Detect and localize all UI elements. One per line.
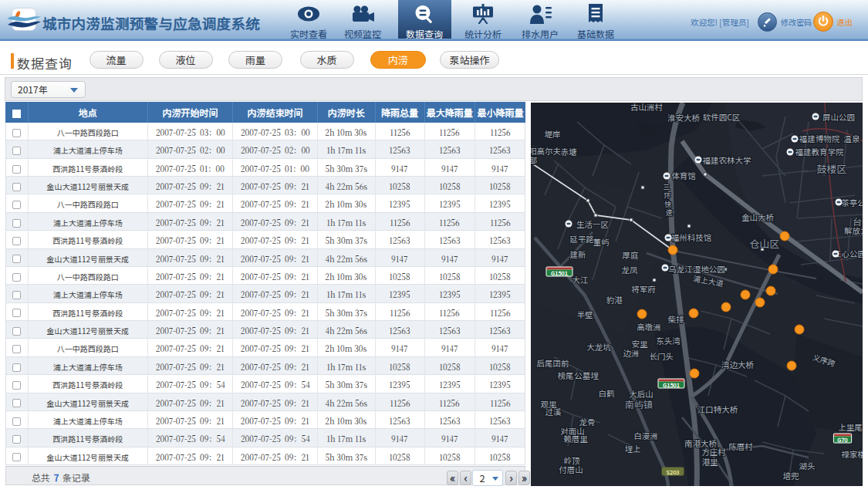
svg-text:豹港: 豹港 xyxy=(606,294,623,306)
svg-text:后尾: 后尾 xyxy=(537,357,553,369)
svg-text:解放大桥: 解放大桥 xyxy=(844,225,863,236)
svg-text:厚庭: 厚庭 xyxy=(623,249,639,261)
svg-text:生活一区: 生活一区 xyxy=(576,218,609,230)
svg-text:金山大桥: 金山大桥 xyxy=(741,211,774,223)
svg-text:湖头: 湖头 xyxy=(799,460,816,471)
svg-text:白漫洲: 白漫洲 xyxy=(633,430,658,441)
svg-text:体育馆: 体育馆 xyxy=(671,170,696,181)
svg-text:榜尾: 榜尾 xyxy=(558,370,574,381)
svg-text:柴排: 柴排 xyxy=(668,313,684,325)
svg-text:古山洲村: 古山洲村 xyxy=(630,103,663,113)
svg-text:温泉: 温泉 xyxy=(844,133,861,144)
svg-text:港里: 港里 xyxy=(702,456,718,468)
svg-text:董屿: 董屿 xyxy=(593,236,610,248)
svg-text:屏山公园: 屏山公园 xyxy=(822,111,855,123)
svg-text:上里尾: 上里尾 xyxy=(838,421,863,433)
svg-text:南屿镇: 南屿镇 xyxy=(625,397,653,410)
svg-text:茶亭公: 茶亭公 xyxy=(841,197,863,208)
svg-text:G70: G70 xyxy=(837,435,848,444)
svg-text:边洲: 边洲 xyxy=(623,347,640,359)
svg-text:福州科技馆: 福州科技馆 xyxy=(671,231,712,243)
svg-text:仓山区: 仓山区 xyxy=(749,236,779,251)
svg-text:堤岸: 堤岸 xyxy=(545,128,561,140)
svg-text:G1501: G1501 xyxy=(663,380,680,389)
svg-text:S203: S203 xyxy=(667,468,680,476)
svg-text:将军府: 将军府 xyxy=(631,283,656,295)
svg-text:G1501: G1501 xyxy=(551,268,568,277)
svg-text:埕上: 埕上 xyxy=(625,443,641,454)
svg-text:陈厝村: 陈厝村 xyxy=(728,441,753,452)
svg-text:囝前: 囝前 xyxy=(553,357,569,369)
svg-text:速: 速 xyxy=(665,208,672,218)
svg-text:大龙坑: 大龙坑 xyxy=(586,341,611,353)
svg-text:赖厝里: 赖厝里 xyxy=(563,433,588,444)
svg-text:赤塘: 赤塘 xyxy=(561,146,577,157)
svg-text:半壁: 半壁 xyxy=(577,309,593,320)
svg-text:禄家楼: 禄家楼 xyxy=(841,448,863,460)
svg-text:福建教育学院: 福建教育学院 xyxy=(795,146,844,157)
svg-text:鼓楼区: 鼓楼区 xyxy=(816,161,846,176)
svg-text:大江: 大江 xyxy=(572,274,589,285)
svg-text:付厝山: 付厝山 xyxy=(559,464,583,475)
svg-text:延平路: 延平路 xyxy=(569,233,594,245)
svg-text:培兜: 培兜 xyxy=(783,470,800,481)
svg-text:东头湾: 东头湾 xyxy=(656,335,681,346)
svg-text:高墩洲: 高墩洲 xyxy=(637,321,661,333)
svg-text:白鹤: 白鹤 xyxy=(599,387,615,399)
svg-text:淮安大桥: 淮安大桥 xyxy=(667,112,700,123)
svg-text:软件园C区: 软件园C区 xyxy=(703,111,741,123)
svg-text:江口特大桥: 江口特大桥 xyxy=(697,404,738,415)
svg-text:龙凤: 龙凤 xyxy=(622,264,638,275)
svg-text:福建农林大学: 福建农林大学 xyxy=(703,154,751,166)
svg-text:湾边大桥: 湾边大桥 xyxy=(721,359,754,370)
svg-text:长门头: 长门头 xyxy=(649,350,674,362)
svg-text:公墓埕: 公墓埕 xyxy=(574,370,599,381)
svg-text:过溪: 过溪 xyxy=(545,406,562,417)
svg-text:福建博物院: 福建博物院 xyxy=(799,133,840,144)
svg-text:部: 部 xyxy=(531,154,537,166)
svg-text:建新: 建新 xyxy=(570,248,586,260)
